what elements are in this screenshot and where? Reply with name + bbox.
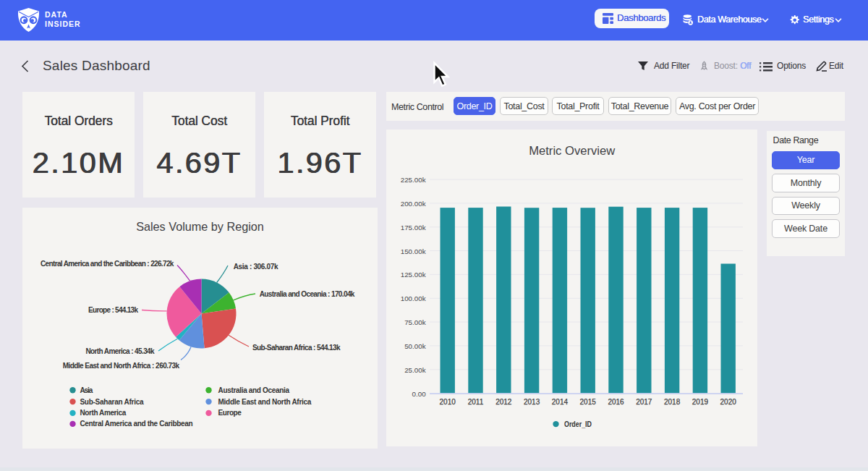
svg-text:Europe: Europe: [218, 409, 242, 417]
svg-text:Order_ID: Order_ID: [564, 420, 592, 428]
svg-text:150.00k: 150.00k: [401, 247, 426, 255]
svg-text:2015: 2015: [580, 398, 597, 406]
svg-text:Central America and the Caribb: Central America and the Caribbean : 226.…: [41, 260, 174, 268]
svg-text:Australia and Oceania : 170.04: Australia and Oceania : 170.04k: [260, 290, 355, 298]
svg-text:50.00k: 50.00k: [404, 342, 426, 350]
svg-text:2016: 2016: [608, 398, 624, 406]
svg-text:Sales Volume by Region: Sales Volume by Region: [136, 220, 264, 234]
svg-text:Middle East and North Africa :: Middle East and North Africa : 260.73k: [63, 362, 180, 370]
svg-text:Asia : 306.07k: Asia : 306.07k: [234, 263, 278, 271]
svg-text:175.00k: 175.00k: [401, 224, 426, 232]
svg-text:2014: 2014: [552, 398, 569, 406]
svg-text:125.00k: 125.00k: [401, 271, 426, 279]
svg-text:2017: 2017: [636, 398, 652, 406]
svg-text:Sub-Saharan Africa: Sub-Saharan Africa: [80, 398, 144, 406]
svg-text:25.00k: 25.00k: [404, 366, 426, 374]
svg-text:200.00k: 200.00k: [401, 200, 426, 208]
svg-text:Australia and Oceania: Australia and Oceania: [218, 386, 290, 394]
svg-text:Metric Overview: Metric Overview: [529, 144, 616, 158]
svg-text:2018: 2018: [664, 398, 681, 406]
svg-text:Asia: Asia: [80, 386, 93, 394]
svg-text:75.00k: 75.00k: [404, 318, 426, 326]
svg-text:0.00: 0.00: [412, 390, 427, 398]
svg-text:2011: 2011: [468, 398, 484, 406]
svg-text:2013: 2013: [524, 398, 540, 406]
svg-text:225.00k: 225.00k: [401, 176, 426, 184]
svg-text:2019: 2019: [692, 398, 709, 406]
svg-text:Europe : 544.13k: Europe : 544.13k: [88, 306, 138, 314]
svg-text:2012: 2012: [495, 398, 512, 406]
svg-text:North America: North America: [80, 409, 126, 417]
svg-text:2020: 2020: [720, 398, 737, 406]
svg-text:North America : 45.34k: North America : 45.34k: [85, 347, 155, 355]
svg-text:Central America and the Caribb: Central America and the Caribbean: [80, 420, 192, 428]
svg-text:2010: 2010: [440, 398, 456, 406]
svg-text:100.00k: 100.00k: [401, 294, 426, 302]
svg-text:Middle East and North Africa: Middle East and North Africa: [218, 398, 312, 406]
svg-text:Sub-Saharan Africa : 544.13k: Sub-Saharan Africa : 544.13k: [252, 344, 341, 352]
